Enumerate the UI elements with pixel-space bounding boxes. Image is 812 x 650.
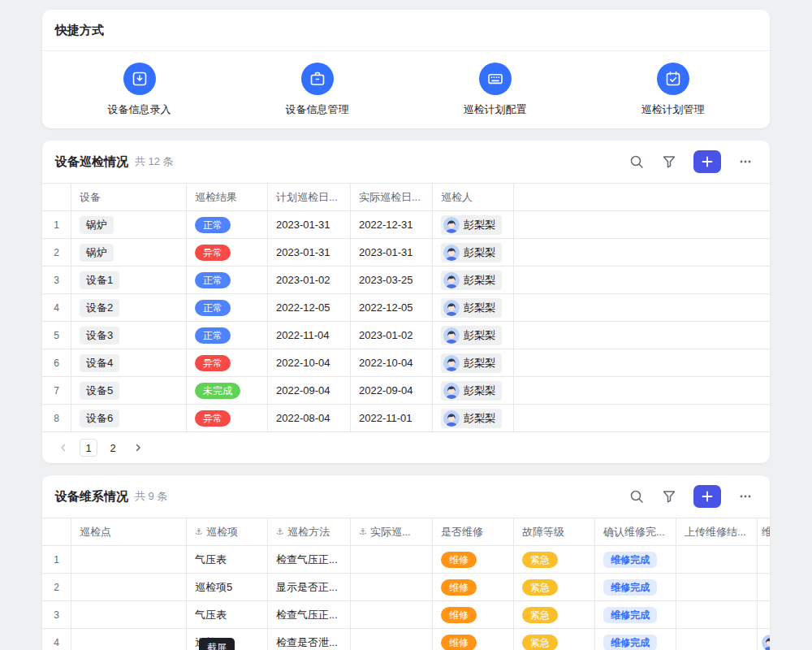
inspector-cell[interactable]: 彭梨梨 (433, 349, 514, 376)
planned-date-cell[interactable]: 2022-11-04 (268, 322, 351, 349)
filter-icon[interactable] (658, 485, 680, 508)
prev-page-button[interactable] (54, 439, 73, 457)
actual-date-cell[interactable]: 2022-11-01 (351, 405, 433, 431)
confirm-repair-button[interactable]: 维修完成 (603, 635, 657, 650)
device-cell[interactable]: 锅炉 (71, 211, 187, 238)
planned-date-cell[interactable]: 2023-01-31 (268, 239, 351, 266)
planned-date-cell[interactable]: 2022-12-05 (268, 294, 351, 321)
confirm-cell[interactable]: 维修完成 (595, 546, 676, 573)
device-cell[interactable]: 设备1 (71, 266, 187, 293)
inspector-cell[interactable]: 彭梨梨 (433, 294, 514, 321)
row-index[interactable]: 4 (42, 629, 71, 650)
repair-cell[interactable]: 维修 (433, 546, 514, 573)
actual-date-cell[interactable]: 2023-01-02 (351, 322, 433, 349)
item-cell[interactable]: 气压表 (187, 546, 268, 573)
column-header[interactable]: 故障等级 (514, 518, 595, 545)
upload-cell[interactable] (676, 629, 758, 650)
row-index[interactable]: 3 (42, 601, 71, 628)
column-header[interactable]: 计划巡检日... (268, 184, 351, 210)
device-cell[interactable]: 设备3 (71, 322, 187, 349)
inspector-cell[interactable]: 彭梨梨 (433, 322, 514, 349)
actual-cell[interactable] (351, 629, 433, 650)
result-cell[interactable]: 异常 (187, 349, 268, 376)
confirm-repair-button[interactable]: 维修完成 (603, 552, 657, 568)
column-header[interactable]: ⚓巡检项 (187, 518, 268, 545)
shortcut-item-0[interactable]: 设备信息录入 (108, 63, 171, 117)
method-cell[interactable]: 检查气压正... (268, 546, 351, 573)
method-cell[interactable]: 检查气压正... (268, 601, 351, 628)
row-index[interactable]: 4 (42, 294, 71, 321)
column-header[interactable]: ⚓巡检方法 (268, 518, 351, 545)
result-cell[interactable]: 正常 (187, 211, 268, 238)
row-index[interactable]: 8 (42, 405, 71, 431)
inspector-cell[interactable]: 彭梨梨 (433, 239, 514, 266)
row-index[interactable]: 2 (42, 574, 71, 600)
repair-cell[interactable]: 维修 (433, 601, 514, 628)
point-cell[interactable] (71, 546, 187, 573)
row-index[interactable]: 1 (42, 546, 71, 573)
method-cell[interactable]: 检查是否泄... (268, 629, 351, 650)
result-cell[interactable]: 正常 (187, 294, 268, 321)
planned-date-cell[interactable]: 2022-10-04 (268, 349, 351, 376)
shortcut-item-2[interactable]: 巡检计划配置 (464, 63, 527, 117)
actual-date-cell[interactable]: 2022-12-31 (351, 211, 433, 238)
column-header[interactable]: 巡检人 (433, 184, 514, 210)
confirm-cell[interactable]: 维修完成 (595, 629, 676, 650)
point-cell[interactable] (71, 629, 187, 650)
column-header[interactable]: 实际巡检日... (351, 184, 433, 210)
device-cell[interactable]: 设备5 (71, 377, 187, 404)
device-cell[interactable]: 设备2 (71, 294, 187, 321)
result-cell[interactable]: 异常 (187, 239, 268, 266)
column-header[interactable]: 维 (758, 518, 770, 545)
upload-cell[interactable] (676, 546, 758, 573)
result-cell[interactable]: 正常 (187, 266, 268, 293)
device-cell[interactable]: 设备6 (71, 405, 187, 431)
row-index[interactable]: 5 (42, 322, 71, 349)
actual-date-cell[interactable]: 2022-10-04 (351, 349, 433, 376)
shortcut-item-1[interactable]: 设备信息管理 (286, 63, 349, 117)
repairer-cell[interactable] (758, 629, 770, 650)
level-cell[interactable]: 紧急 (514, 574, 595, 600)
column-header[interactable]: 确认维修完... (595, 518, 676, 545)
shortcut-item-3[interactable]: 巡检计划管理 (641, 63, 705, 117)
item-cell[interactable]: 巡检项5 (187, 574, 268, 600)
planned-date-cell[interactable]: 2023-01-02 (268, 266, 351, 293)
result-cell[interactable]: 正常 (187, 322, 268, 349)
more-icon[interactable] (734, 485, 757, 508)
repairer-cell[interactable] (758, 601, 770, 628)
column-header[interactable]: 巡检结果 (187, 184, 268, 210)
repair-cell[interactable]: 维修 (433, 629, 514, 650)
row-index[interactable]: 6 (42, 349, 71, 376)
actual-date-cell[interactable]: 2023-03-25 (351, 266, 433, 293)
column-header[interactable]: 是否维修 (433, 518, 514, 545)
row-index[interactable]: 1 (42, 211, 71, 238)
next-page-button[interactable] (128, 439, 148, 457)
inspector-cell[interactable]: 彭梨梨 (433, 377, 514, 404)
column-header[interactable]: 巡检点 (71, 518, 187, 545)
search-icon[interactable] (625, 150, 648, 173)
point-cell[interactable] (71, 574, 187, 600)
confirm-cell[interactable]: 维修完成 (595, 601, 676, 628)
level-cell[interactable]: 紧急 (514, 629, 595, 650)
confirm-repair-button[interactable]: 维修完成 (603, 607, 657, 623)
method-cell[interactable]: 显示是否正... (268, 574, 351, 600)
repairer-cell[interactable] (758, 574, 770, 600)
row-index[interactable]: 3 (42, 266, 71, 293)
actual-date-cell[interactable]: 2023-01-31 (351, 239, 433, 266)
actual-cell[interactable] (351, 601, 433, 628)
filter-icon[interactable] (658, 150, 680, 173)
actual-date-cell[interactable]: 2022-12-05 (351, 294, 433, 321)
more-icon[interactable] (734, 150, 757, 173)
device-cell[interactable]: 锅炉 (71, 239, 187, 266)
inspector-cell[interactable]: 彭梨梨 (433, 405, 514, 431)
upload-cell[interactable] (676, 574, 758, 600)
add-record-button[interactable] (693, 485, 721, 508)
upload-cell[interactable] (676, 601, 758, 628)
planned-date-cell[interactable]: 2022-08-04 (268, 405, 351, 431)
column-header[interactable]: ⚓实际巡... (351, 518, 433, 545)
row-index[interactable]: 7 (42, 377, 71, 404)
actual-cell[interactable] (351, 574, 433, 600)
planned-date-cell[interactable]: 2023-01-31 (268, 211, 351, 238)
repair-cell[interactable]: 维修 (433, 574, 514, 600)
actual-date-cell[interactable]: 2022-09-04 (351, 377, 433, 404)
